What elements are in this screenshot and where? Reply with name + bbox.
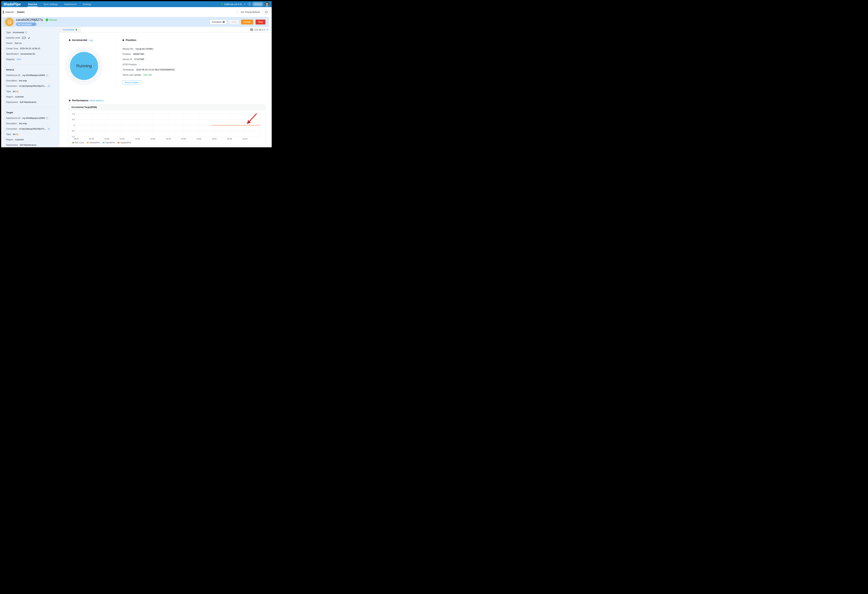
running-state-text: Running [76,63,92,68]
target-conn-label: Connection: [6,128,18,130]
nav-item-sync-settings[interactable]: Sync Settings [43,1,58,7]
top-navbar: BladePipe DataJob Sync Settings DataSour… [1,1,272,7]
legend-item-ddl[interactable]: DDL Count [72,141,84,144]
source-deploy-label: Deployment: [6,101,18,103]
pencil-icon[interactable] [28,37,30,39]
grid-icon [223,21,224,23]
description-pill[interactable]: No Description [16,22,37,26]
target-desc-value: two-way [19,122,27,125]
running-circle-ring: Running [68,50,100,82]
breadcrumb-current: Details [17,11,25,13]
refresh-button[interactable] [263,9,270,15]
chevron-down-icon[interactable] [244,4,246,5]
source-id-label: DataSource ID: [6,74,21,77]
avatar-illustration [265,2,269,6]
active-tab-underline [28,7,38,7]
tab-status-dot [75,29,77,31]
nav-item-datajob[interactable]: DataJob [28,1,38,7]
legend-swatch [118,142,120,143]
copy-icon[interactable] [48,85,50,87]
source-deploy-value: Self Maintenance [20,101,37,103]
edit-icon[interactable] [32,23,35,25]
breadcrumb-parent[interactable]: DataJob [5,11,14,13]
more-metrics-link[interactable]: More Metrics [90,99,103,102]
help-icon[interactable]: ? [248,3,251,6]
server-id-label: Server Id: [123,58,132,60]
target-section-title: Target [6,111,56,114]
body-row: Type: Incremental DataJob Level: P4 Owne… [1,27,272,147]
job-info-sidebar: Type: Incremental DataJob Level: P4 Owne… [2,27,59,147]
incremental-section-title: Incremental [72,38,87,42]
chart-panel: Incremental Target(RDB) [69,104,265,145]
create-time-label: Create Time: [6,47,19,50]
job-name: canals06199j827a [16,18,43,22]
specification-label: Specification: [6,53,19,55]
copy-icon[interactable] [266,28,269,31]
section-bullet [69,100,71,101]
info-icon[interactable] [25,31,27,34]
brand-logo[interactable]: BladePipe [4,2,21,6]
nav-item-label: DataSource [64,3,77,6]
avatar[interactable] [265,2,269,6]
job-actions: Functions Start Restart Stop [210,20,266,25]
timing-refresh-label: 10s Timing Refresh [241,11,260,13]
screenshot-frame: BladePipe DataJob Sync Settings DataSour… [0,0,273,149]
gtid-value: - [139,63,140,66]
info-icon[interactable] [46,74,48,77]
since-last-update-value: 00m 09s [143,74,152,76]
x-tick: 14:50 [179,138,188,140]
position-rows: Binlog File: mysql-bin.000662 Position: … [123,47,272,76]
region-selector[interactable]: California (v0.6.0) [224,3,242,6]
legend-item-insert[interactable]: Insert(RPS) [103,141,115,144]
mysql-logo: MySQL [13,91,19,93]
position-value: 346987480 [133,53,144,55]
target-region-label: Region: [6,139,13,141]
nav-item-settings[interactable]: Settings [83,1,92,7]
nav-item-label: Settings [83,3,91,6]
source-region-label: Region: [6,96,13,98]
legend-swatch [87,142,89,143]
nav-item-datasource[interactable]: DataSource [64,1,77,7]
timing-refresh-checkbox[interactable] [236,11,239,13]
chart-canvas [69,110,265,145]
type-value: Incremental [13,31,24,34]
log-link[interactable]: Log [89,39,93,41]
tab-strip: Incremental [59,27,272,32]
position-section-title: Position [126,38,136,42]
binlog-file-value: mysql-bin.000662 [136,47,153,50]
x-tick: 14:20 [87,138,96,140]
server-id-value: 37187569 [134,58,144,60]
reset-position-button[interactable]: Reset Position [123,80,141,85]
legend-label: Delete(RPS) [90,141,100,144]
info-icon[interactable] [46,117,48,119]
restart-button[interactable]: Restart [241,20,253,25]
section-bullet [123,39,124,41]
legend-item-delete[interactable]: Delete(RPS) [87,141,100,144]
tab-incremental[interactable]: Incremental [59,27,81,32]
nav-item-label: Sync Settings [44,3,58,6]
start-button[interactable]: Start [229,20,239,25]
x-tick: 14:55 [195,138,203,140]
refresh-icon [265,11,268,13]
x-tick: 14:40 [148,138,157,140]
owner-label: Owner: [6,42,13,44]
stop-button[interactable]: Stop [255,20,266,25]
mapping-view-link[interactable]: View [16,58,21,60]
legend-swatch [72,142,74,143]
x-tick: 14:30 [118,138,126,140]
legend-label: Update(RPS) [120,141,131,144]
functions-button[interactable]: Functions [210,20,227,25]
create-time-value: 2025-06-25 14:56:10 [20,47,40,50]
legend-item-update[interactable]: Update(RPS) [118,141,131,144]
copy-icon[interactable] [48,128,50,130]
chart-title: Incremental Target(RDB) [71,106,97,108]
performance-chart: 1.0 0.5 0 -0.5 -1.0 14:15 14:20 14:25 14… [69,110,265,145]
y-tick: 0 [69,124,75,127]
timestamp-label: Timestamp: [123,68,134,71]
x-tick: 15:10 [241,138,249,140]
gtid-label: GTID Position: [123,63,137,66]
incremental-section: Incremental Log Running [69,38,116,96]
running-circle-core: Running [70,52,98,80]
x-tick: 14:35 [133,138,142,140]
x-tick: 14:15 [72,138,80,140]
